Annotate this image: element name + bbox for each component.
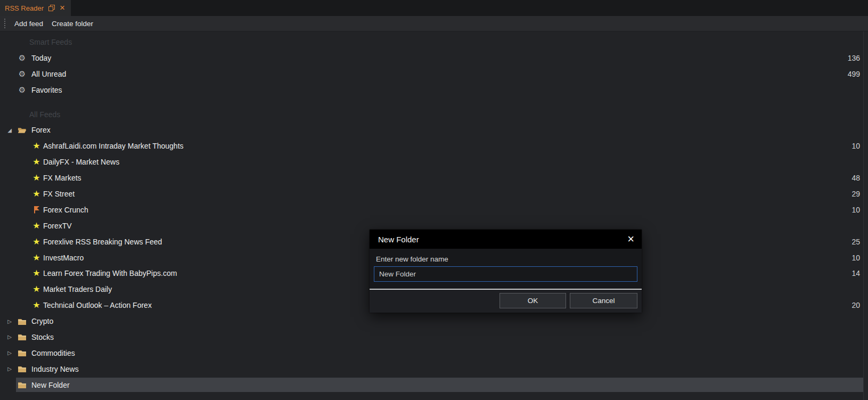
unread-count: 20	[851, 301, 868, 309]
dialog-body: Enter new folder name	[370, 249, 642, 289]
section-header: Smart Feeds	[0, 34, 868, 50]
folder-row[interactable]: ▷Commodities	[0, 345, 868, 361]
folder-row[interactable]: New Folder	[0, 377, 868, 393]
dialog-close-icon[interactable]: ×	[626, 233, 635, 245]
row-label: Today	[31, 54, 51, 62]
chevron-collapsed-icon[interactable]: ▷	[6, 319, 13, 324]
folder-name-input[interactable]	[374, 266, 637, 282]
smart-feed-row[interactable]: ⚙All Unread499	[0, 66, 868, 82]
chevron-collapsed-icon[interactable]: ▷	[6, 366, 13, 372]
folder-icon	[18, 349, 27, 356]
chevron-collapsed-icon[interactable]: ▷	[6, 334, 13, 340]
feed-row[interactable]: ★FX Markets48	[0, 170, 868, 186]
folder-icon	[18, 333, 27, 340]
row-label: Market Traders Daily	[43, 285, 112, 293]
star-icon: ★	[32, 158, 41, 166]
row-label: InvestMacro	[43, 254, 84, 262]
unread-count: 10	[851, 254, 868, 262]
folder-icon	[18, 318, 27, 325]
star-icon: ★	[32, 190, 41, 198]
row-label: Favorites	[31, 86, 62, 94]
restore-window-icon[interactable]	[48, 5, 55, 11]
row-label: Stocks	[31, 333, 54, 341]
chevron-collapsed-icon[interactable]: ▷	[6, 350, 13, 356]
chevron-expanded-icon[interactable]: ◢	[6, 127, 13, 133]
cancel-button[interactable]: Cancel	[570, 293, 637, 308]
row-label: FX Markets	[43, 174, 81, 182]
row-label: All Unread	[31, 70, 66, 78]
row-label: Technical Outlook – Action Forex	[43, 301, 152, 309]
smart-feed-row[interactable]: ⚙Favorites	[0, 82, 868, 98]
toolbar-drag-handle[interactable]	[4, 23, 5, 24]
new-folder-dialog: New Folder × Enter new folder name OK Ca…	[370, 230, 642, 313]
tab-close-icon[interactable]: ×	[60, 3, 65, 12]
star-icon: ★	[32, 254, 41, 262]
unread-count: 10	[851, 142, 868, 150]
row-label: FX Street	[43, 190, 75, 198]
gear-icon: ⚙	[18, 54, 27, 62]
row-label: Crypto	[31, 317, 53, 325]
unread-count: 136	[848, 54, 868, 62]
row-label: Forex	[31, 126, 51, 134]
row-label: Commodities	[31, 349, 75, 357]
star-icon: ★	[32, 222, 41, 230]
row-label: Industry News	[31, 365, 79, 373]
tab-title: RSS Reader	[5, 4, 44, 12]
unread-count: 29	[851, 190, 868, 198]
unread-count: 25	[851, 238, 868, 246]
smart-feed-row[interactable]: ⚙Today136	[0, 50, 868, 66]
feed-tree: Smart Feeds⚙Today136⚙All Unread499⚙Favor…	[0, 31, 868, 400]
add-feed-button[interactable]: Add feed	[14, 20, 43, 28]
folder-name-label: Enter new folder name	[376, 255, 637, 263]
feed-row[interactable]: ★DailyFX - Market News	[0, 154, 868, 170]
dialog-footer: OK Cancel	[370, 290, 642, 313]
unread-count: 10	[851, 206, 868, 214]
folder-row[interactable]: ◢Forex	[0, 122, 868, 138]
star-icon: ★	[32, 269, 41, 277]
star-icon: ★	[32, 174, 41, 182]
toolbar: Add feed Create folder	[0, 16, 868, 31]
row-label: Forex Crunch	[43, 206, 88, 214]
row-label: Smart Feeds	[29, 38, 72, 46]
star-icon: ★	[32, 142, 41, 150]
tab-bar: RSS Reader ×	[0, 0, 868, 16]
folder-row[interactable]: ▷Industry News	[0, 361, 868, 377]
gear-icon: ⚙	[18, 70, 27, 78]
row-label: Forexlive RSS Breaking News Feed	[43, 238, 162, 246]
create-folder-button[interactable]: Create folder	[52, 20, 93, 28]
unread-count: 499	[848, 70, 868, 78]
scrollbar[interactable]	[863, 31, 868, 400]
flag-icon	[32, 206, 41, 214]
feed-row[interactable]: Forex Crunch10	[0, 202, 868, 218]
gear-icon: ⚙	[18, 86, 27, 94]
star-icon: ★	[32, 238, 41, 246]
row-label: Learn Forex Trading With BabyPips.com	[43, 269, 177, 277]
unread-count: 48	[851, 174, 868, 182]
tab-rss-reader[interactable]: RSS Reader ×	[0, 0, 71, 16]
star-icon: ★	[32, 285, 41, 293]
unread-count: 14	[851, 269, 868, 277]
row-label: All Feeds	[29, 110, 60, 119]
dialog-title: New Folder	[378, 235, 419, 244]
rss-reader-window: RSS Reader × Add feed Create folder Smar…	[0, 0, 868, 400]
star-icon: ★	[32, 301, 41, 309]
feed-row[interactable]: ★FX Street29	[0, 186, 868, 202]
folder-row[interactable]: ▷Stocks	[0, 329, 868, 345]
feed-row[interactable]: ★AshrafLaidi.com Intraday Market Thought…	[0, 138, 868, 154]
open-folder-icon	[18, 126, 27, 134]
folder-icon	[18, 365, 27, 372]
folder-icon	[18, 381, 27, 388]
dialog-title-bar[interactable]: New Folder ×	[370, 230, 642, 249]
row-label: AshrafLaidi.com Intraday Market Thoughts	[43, 142, 184, 150]
section-header: All Feeds	[0, 107, 868, 123]
folder-row[interactable]: ▷Crypto	[0, 313, 868, 329]
row-label: New Folder	[31, 381, 70, 389]
row-label: ForexTV	[43, 222, 72, 230]
ok-button[interactable]: OK	[499, 293, 566, 308]
row-label: DailyFX - Market News	[43, 158, 119, 166]
